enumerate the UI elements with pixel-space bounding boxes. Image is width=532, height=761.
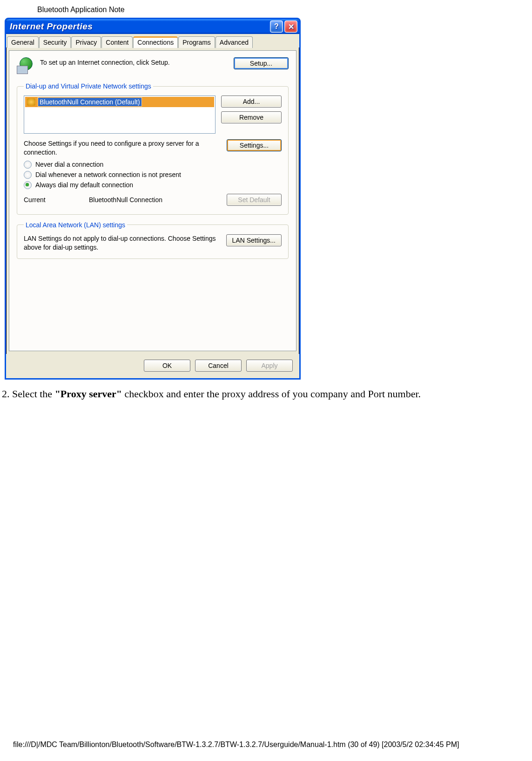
set-default-button: Set Default xyxy=(227,194,282,206)
ok-button[interactable]: OK xyxy=(144,360,190,372)
add-button[interactable]: Add... xyxy=(221,95,282,108)
titlebar[interactable]: Internet Properties ? ✕ xyxy=(6,19,299,34)
current-label: Current xyxy=(24,196,84,204)
instruction-bold: "Proxy server" xyxy=(55,388,122,400)
setup-button[interactable]: Setup... xyxy=(234,57,289,69)
instruction-prefix: 2. Select the xyxy=(2,388,55,400)
instruction-suffix: checkbox and enter the proxy address of … xyxy=(122,388,421,400)
lan-text: LAN Settings do not apply to dial-up con… xyxy=(24,234,221,252)
tab-general[interactable]: General xyxy=(7,36,39,48)
help-icon[interactable]: ? xyxy=(270,20,283,33)
close-icon[interactable]: ✕ xyxy=(284,20,297,33)
internet-properties-dialog: Internet Properties ? ✕ General Security… xyxy=(5,18,301,380)
radio-label: Dial whenever a network connection is no… xyxy=(35,171,181,178)
radio-label: Always dial my default connection xyxy=(35,181,133,189)
setup-text: To set up an Internet connection, click … xyxy=(40,57,234,67)
radio-label: Never dial a connection xyxy=(35,161,103,168)
tab-advanced[interactable]: Advanced xyxy=(215,36,253,48)
tab-programs[interactable]: Programs xyxy=(178,36,215,48)
tab-connections[interactable]: Connections xyxy=(133,36,178,48)
page-footer: file:///D|/MDC Team/Billionton/Bluetooth… xyxy=(13,741,520,749)
radio-icon xyxy=(24,171,32,179)
list-item[interactable]: BluetoothNull Connection (Default) xyxy=(25,97,214,107)
lan-group: Local Area Network (LAN) settings LAN Se… xyxy=(17,221,289,259)
connection-icon xyxy=(27,98,35,106)
dialup-vpn-legend: Dial-up and Virtual Private Network sett… xyxy=(24,82,153,90)
tab-security[interactable]: Security xyxy=(39,36,71,48)
tab-strip: General Security Privacy Content Connect… xyxy=(6,34,299,48)
dialup-vpn-group: Dial-up and Virtual Private Network sett… xyxy=(17,82,289,215)
tab-content[interactable]: Content xyxy=(101,36,133,48)
remove-button[interactable]: Remove xyxy=(221,111,282,123)
dialog-button-row: OK Cancel Apply xyxy=(6,354,299,378)
current-value: BluetoothNull Connection xyxy=(89,196,222,204)
list-item-label: BluetoothNull Connection (Default) xyxy=(38,98,141,106)
cancel-button[interactable]: Cancel xyxy=(195,360,242,372)
globe-monitor-icon xyxy=(17,57,35,76)
settings-button[interactable]: Settings... xyxy=(227,139,282,151)
radio-never-dial[interactable]: Never dial a connection xyxy=(24,161,282,169)
apply-button: Apply xyxy=(246,360,293,372)
instruction-step-2: 2. Select the "Proxy server" checkbox an… xyxy=(0,380,532,406)
connection-listbox[interactable]: BluetoothNull Connection (Default) xyxy=(24,95,215,134)
radio-always-dial[interactable]: Always dial my default connection xyxy=(24,181,282,189)
page-header: Bluetooth Application Note xyxy=(0,0,532,18)
radio-icon xyxy=(24,181,32,189)
lan-legend: Local Area Network (LAN) settings xyxy=(24,221,127,229)
settings-text: Choose Settings if you need to configure… xyxy=(24,139,222,157)
lan-settings-button[interactable]: LAN Settings... xyxy=(226,234,282,246)
tab-body-connections: To set up an Internet connection, click … xyxy=(9,50,296,351)
radio-dial-whenever[interactable]: Dial whenever a network connection is no… xyxy=(24,171,282,179)
dialog-title: Internet Properties xyxy=(10,21,269,32)
tab-privacy[interactable]: Privacy xyxy=(71,36,101,48)
radio-icon xyxy=(24,161,32,169)
